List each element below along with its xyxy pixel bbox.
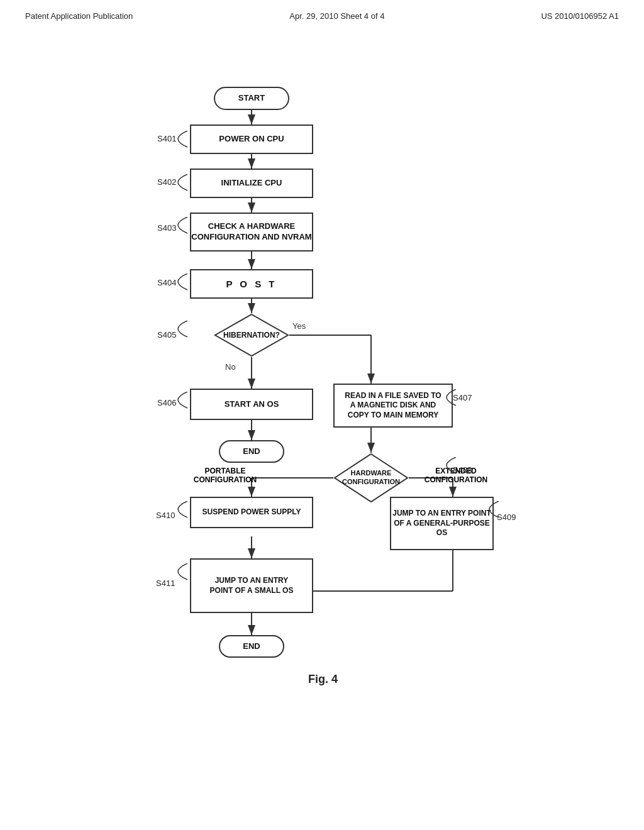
s411-notch [169, 563, 191, 580]
s404-box: P O S T [190, 269, 313, 299]
s402-notch [169, 174, 191, 191]
s401-box: POWER ON CPU [190, 124, 313, 154]
end2-label: END [243, 641, 260, 652]
s403-box: CHECK A HARDWARE CONFIGURATION AND NVRAM [190, 213, 313, 252]
svg-text:No: No [225, 362, 236, 372]
end1-label: END [243, 446, 260, 457]
s407-box: READ IN A FILE SAVED TO A MAGNETIC DISK … [333, 384, 453, 428]
s407-notch [437, 389, 459, 406]
svg-text:CONFIGURATION: CONFIGURATION [342, 478, 400, 485]
s406-notch [169, 392, 191, 409]
arrows-svg: No Yes [0, 44, 644, 824]
s405-diamond: HIBERNATION? [214, 313, 289, 357]
fig-label: Fig. 4 [308, 673, 338, 686]
s410-box: SUSPEND POWER SUPPLY [190, 497, 313, 528]
end2-shape: END [219, 635, 284, 658]
s401-notch [169, 131, 191, 148]
s404-notch [169, 274, 191, 290]
header-middle: Apr. 29, 2010 Sheet 4 of 4 [289, 11, 384, 21]
s410-notch [169, 501, 191, 518]
header-right: US 2010/0106952 A1 [541, 11, 619, 21]
s409-box: JUMP TO AN ENTRY POINT OF A GENERAL-PURP… [390, 497, 494, 550]
s409-notch [480, 501, 502, 518]
s402-box: INITIALIZE CPU [190, 169, 313, 198]
svg-text:Yes: Yes [292, 321, 306, 331]
s408-diamond: HARDWARE CONFIGURATION [333, 453, 409, 503]
end1-shape: END [219, 440, 284, 463]
flowchart: No Yes START S401 POWER ON CPU [0, 44, 644, 824]
s403-notch [169, 217, 191, 234]
svg-text:HARDWARE: HARDWARE [351, 469, 392, 477]
start-label: START [238, 93, 265, 104]
s406-box: START AN OS [190, 389, 313, 420]
portable-config-label: PORTABLE CONFIGURATION [187, 467, 263, 484]
s405-notch [169, 321, 191, 338]
svg-text:HIBERNATION?: HIBERNATION? [223, 331, 280, 340]
start-shape: START [214, 87, 289, 110]
header-left: Patent Application Publication [25, 11, 133, 21]
page-header: Patent Application Publication Apr. 29, … [0, 0, 644, 21]
s411-box: JUMP TO AN ENTRY POINT OF A SMALL OS [190, 558, 313, 613]
s408-notch [437, 457, 459, 474]
